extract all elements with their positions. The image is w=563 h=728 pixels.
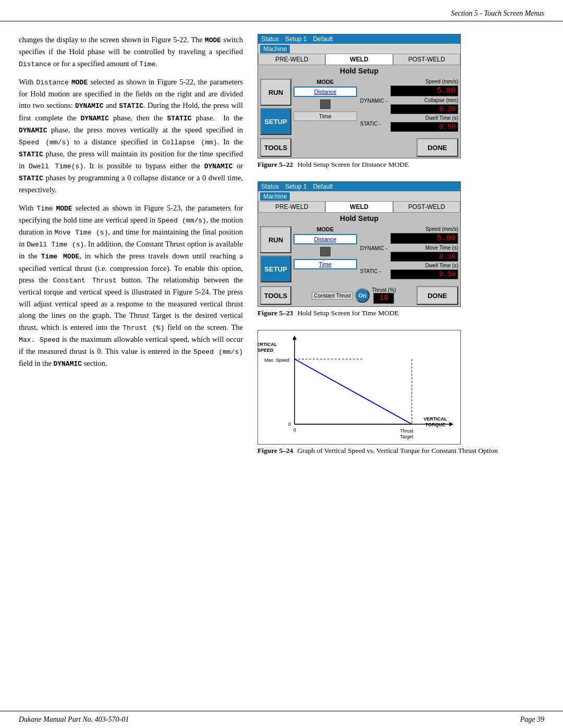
run-button-22[interactable]: RUN (260, 79, 291, 106)
svg-text:Max. Speed: Max. Speed (264, 357, 289, 363)
figure-24-container: VERTICAL SPEED Max. Speed (258, 330, 544, 459)
left-buttons-22: RUN SETUP (260, 79, 291, 135)
machine-label-23: Machine (260, 192, 290, 201)
tab-preweld-22[interactable]: PRE-WELD (258, 54, 325, 65)
fig23-text: Hold Setup Screen for Time MODE (297, 309, 399, 317)
on-button-23[interactable]: On (355, 288, 370, 303)
mode-icon-23 (320, 247, 331, 256)
tab-row-22: PRE-WELD WELD POST-WELD (258, 54, 460, 65)
done-button-23[interactable]: DONE (417, 286, 458, 305)
default-label-23: Default (313, 183, 333, 190)
figure-24-graph: VERTICAL SPEED Max. Speed (258, 330, 461, 445)
tab-weld-23[interactable]: WELD (325, 201, 393, 212)
fig22-num: Figure 5–22 (258, 161, 293, 169)
figures-column: Status Setup 1 Default Machine PRE-WELD … (258, 34, 544, 459)
static-label-23: STATIC - (360, 268, 387, 274)
graph-svg: VERTICAL SPEED Max. Speed (258, 330, 461, 445)
status-bar-22: Status Setup 1 Default (258, 34, 460, 44)
dwell-value-22[interactable]: 0.50 (390, 122, 458, 132)
tab-preweld-23[interactable]: PRE-WELD (258, 201, 325, 212)
setup-label-23: Setup 1 (285, 183, 307, 190)
hold-title-22: Hold Setup (258, 65, 460, 77)
speed-label-22: Speed (mm/s) (390, 79, 458, 84)
dwell-label-22: Dwell Time (s) (390, 115, 458, 121)
svg-marker-5 (449, 422, 454, 426)
svg-text:VERTICAL: VERTICAL (424, 416, 448, 422)
dynamic-label-23: DYNAMIC - (360, 245, 387, 251)
status-bar-23: Status Setup 1 Default (258, 182, 460, 191)
footer-left: Dukane Manual Part No. 403-570-01 (19, 715, 129, 724)
constant-thrust-group: Constant Thrust On Thrust (%) 10 (312, 287, 396, 304)
move-time-label-23: Move Time (s) (390, 245, 458, 251)
page-footer: Dukane Manual Part No. 403-570-01 Page 3… (0, 711, 563, 728)
distance-btn-22[interactable]: Distance (293, 87, 357, 97)
tab-weld-22[interactable]: WELD (325, 54, 393, 65)
bottom-row-22: TOOLS DONE (258, 137, 460, 158)
speed-label-23: Speed (mm/s) (390, 226, 458, 232)
collapse-label-22: Collapse (mm) (390, 97, 458, 103)
collapse-value-22[interactable]: 0.20 (390, 104, 458, 114)
tab-postweld-23[interactable]: POST-WELD (393, 201, 460, 212)
mode-label-22: MODE (293, 79, 357, 85)
svg-text:Target: Target (400, 434, 413, 439)
svg-text:SPEED: SPEED (258, 348, 274, 353)
status-label-22: Status (261, 35, 279, 43)
center-22: MODE Distance Time (293, 79, 357, 135)
mode-label-23: MODE (293, 226, 357, 232)
header-title: Section 5 - Touch Screen Menus (451, 9, 544, 17)
move-time-value-23[interactable]: 0.10 (390, 252, 458, 262)
paragraph-3: With Time MODE selected as shown in Figu… (19, 202, 243, 369)
svg-text:Thrust: Thrust (400, 428, 413, 434)
fig24-text: Graph of Vertical Speed vs. Vertical Tor… (297, 447, 498, 455)
status-label-23: Status (261, 183, 279, 190)
default-label-22: Default (313, 35, 333, 43)
ds-labels-22: DYNAMIC - STATIC - (359, 79, 388, 135)
machine-label-22: Machine (260, 45, 290, 53)
figure-22-container: Status Setup 1 Default Machine PRE-WELD … (258, 34, 544, 173)
thrust-value-23[interactable]: 10 (373, 293, 394, 304)
tools-button-23[interactable]: TOOLS (260, 286, 291, 305)
time-btn-23[interactable]: Time (293, 259, 357, 269)
dwell-label-23: Dwell Time (s) (390, 263, 458, 268)
paragraph-1: changes the display to the screen shown … (19, 34, 243, 70)
distance-btn-23[interactable]: Distance (293, 234, 357, 244)
ds-labels-23: DYNAMIC - STATIC - (359, 226, 388, 282)
figure-22-caption: Figure 5–22 Hold Setup Screen for Distan… (258, 161, 544, 169)
left-buttons-23: RUN SETUP (260, 226, 291, 282)
tab-row-23: PRE-WELD WELD POST-WELD (258, 201, 460, 213)
thrust-col-23: Thrust (%) 10 (372, 287, 396, 304)
machine-row-22: Machine (258, 44, 460, 54)
right-fields-23: Speed (mm/s) 5.00 Move Time (s) 0.10 Dwe… (390, 226, 458, 282)
dynamic-label-22: DYNAMIC - (360, 98, 387, 104)
speed-value-22[interactable]: 5.00 (390, 85, 458, 96)
svg-marker-3 (292, 336, 297, 340)
right-fields-22: Speed (mm/s) 5.00 Collapse (mm) 0.20 Dwe… (390, 79, 458, 135)
center-23: MODE Distance Time (293, 226, 357, 282)
fig24-num: Figure 5–24 (258, 447, 293, 455)
speed-value-23[interactable]: 5.00 (390, 233, 458, 244)
tools-button-22[interactable]: TOOLS (260, 138, 291, 157)
static-label-22: STATIC - (360, 121, 387, 127)
svg-text:VERTICAL: VERTICAL (258, 342, 277, 347)
setup-button-22[interactable]: SETUP (260, 108, 291, 135)
text-column: changes the display to the screen shown … (19, 34, 243, 459)
svg-text:0: 0 (288, 422, 291, 427)
figure-24-caption: Figure 5–24 Graph of Vertical Speed vs. … (258, 447, 544, 455)
run-button-23[interactable]: RUN (260, 226, 291, 253)
fig22-text: Hold Setup Screen for Distance MODE (297, 161, 409, 169)
svg-text:TORQUE: TORQUE (425, 422, 445, 427)
dwell-value-23[interactable]: 0.50 (390, 269, 458, 279)
constant-thrust-label-23: Constant Thrust (312, 292, 353, 300)
setup-button-23[interactable]: SETUP (260, 255, 291, 282)
ui-body-23: RUN SETUP MODE Distance Time DYNAMIC - S… (258, 224, 460, 285)
thrust-label-23: Thrust (%) (372, 287, 396, 293)
done-button-22[interactable]: DONE (417, 138, 458, 157)
tab-postweld-22[interactable]: POST-WELD (393, 54, 460, 65)
fig23-num: Figure 5–23 (258, 309, 293, 317)
ui-body-22: RUN SETUP MODE Distance Time DYNAMIC - S… (258, 77, 460, 137)
figure-23-caption: Figure 5–23 Hold Setup Screen for Time M… (258, 309, 544, 317)
figure-22-panel: Status Setup 1 Default Machine PRE-WELD … (258, 34, 461, 158)
time-btn-22[interactable]: Time (293, 112, 357, 121)
paragraph-2: With Distance MODE selected as shown in … (19, 76, 243, 196)
machine-row-23: Machine (258, 191, 460, 201)
